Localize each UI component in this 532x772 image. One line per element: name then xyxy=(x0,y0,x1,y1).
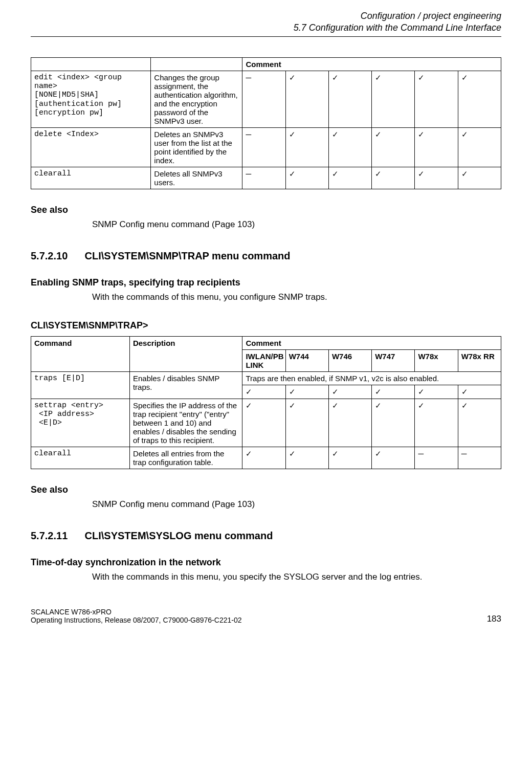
cell: ✓ xyxy=(415,71,458,127)
cell: ✓ xyxy=(285,399,328,447)
desc-cell: Deletes all SNMPv3 users. xyxy=(151,167,242,189)
table-row: traps [E|D] Enables / disables SNMP trap… xyxy=(31,371,501,385)
subsection-heading: Time-of-day synchronization in the netwo… xyxy=(31,557,501,568)
cell: ✓ xyxy=(458,71,501,127)
subcol: W744 xyxy=(285,349,328,371)
cell: ─ xyxy=(415,447,458,469)
table-row: delete <Index> Deletes an SNMPv3 user fr… xyxy=(31,127,501,167)
cell: ✓ xyxy=(328,385,371,399)
section-number: 5.7.2.11 xyxy=(31,530,82,542)
subcol: W746 xyxy=(328,349,371,371)
cmd-cell: edit <index> <group name> [NONE|MD5|SHA]… xyxy=(31,71,151,127)
cell: ✓ xyxy=(372,447,415,469)
cell: ✓ xyxy=(415,167,458,189)
cmd-cell: clearall xyxy=(31,447,130,469)
table-row: clearall Deletes all SNMPv3 users. ─ ✓ ✓… xyxy=(31,167,501,189)
cell: ✓ xyxy=(458,399,501,447)
subsection-heading: Enabling SNMP traps, specifying trap rec… xyxy=(31,277,501,288)
snmpv3-users-table: Comment edit <index> <group name> [NONE|… xyxy=(31,57,501,189)
see-also-link: SNMP Config menu command (Page 103) xyxy=(92,499,501,510)
body-paragraph: With the commands of this menu, you conf… xyxy=(92,292,501,302)
cell: ✓ xyxy=(372,127,415,167)
cell: ✓ xyxy=(285,127,328,167)
col-command xyxy=(31,57,151,71)
section-number: 5.7.2.10 xyxy=(31,250,82,262)
cmd-cell: settrap <entry> <IP address> <E|D> xyxy=(31,399,130,447)
desc-cell: Deletes all entries from the trap config… xyxy=(129,447,242,469)
table-header-row: Comment xyxy=(31,57,501,71)
table-row: settrap <entry> <IP address> <E|D> Speci… xyxy=(31,399,501,447)
see-also-heading: See also xyxy=(31,205,501,215)
cell: ✓ xyxy=(242,385,285,399)
cell: ✓ xyxy=(415,127,458,167)
cli-path-heading: CLI\SYSTEM\SNMP\TRAP> xyxy=(31,320,501,331)
cell: ✓ xyxy=(415,399,458,447)
cell: ✓ xyxy=(328,127,371,167)
note-cell: Traps are then enabled, if SNMP v1, v2c … xyxy=(242,371,501,385)
see-also-heading: See also xyxy=(31,484,501,495)
cell: ✓ xyxy=(285,447,328,469)
cell: ✓ xyxy=(285,167,328,189)
cell: ✓ xyxy=(328,399,371,447)
col-comment: Comment xyxy=(242,57,501,71)
page-number: 183 xyxy=(487,614,501,624)
cell: ✓ xyxy=(372,385,415,399)
header-divider xyxy=(31,36,501,37)
footer-line1: SCALANCE W786-xPRO xyxy=(31,608,241,616)
desc-cell: Specifies the IP address of the trap rec… xyxy=(129,399,242,447)
footer-line2: Operating Instructions, Release 08/2007,… xyxy=(31,616,241,624)
table-row: edit <index> <group name> [NONE|MD5|SHA]… xyxy=(31,71,501,127)
cell: ✓ xyxy=(242,399,285,447)
cell: ✓ xyxy=(328,167,371,189)
subcol: W747 xyxy=(372,349,415,371)
col-comment: Comment xyxy=(242,336,501,349)
desc-cell: Enables / disables SNMP traps. xyxy=(129,371,242,399)
cell: ─ xyxy=(242,71,285,127)
cell: ✓ xyxy=(458,167,501,189)
cell: ✓ xyxy=(242,447,285,469)
cell: ✓ xyxy=(415,385,458,399)
header-line2: 5.7 Configuration with the Command Line … xyxy=(31,22,501,34)
cell: ✓ xyxy=(458,385,501,399)
subcol: W78x RR xyxy=(458,349,501,371)
snmp-trap-table: Command Description Comment IWLAN/PB LIN… xyxy=(31,336,501,469)
cell: ✓ xyxy=(285,385,328,399)
section-title: CLI\SYSTEM\SYSLOG menu command xyxy=(85,530,273,541)
table-row: clearall Deletes all entries from the tr… xyxy=(31,447,501,469)
cell: ✓ xyxy=(328,447,371,469)
cell: ✓ xyxy=(285,71,328,127)
page-footer: SCALANCE W786-xPRO Operating Instruction… xyxy=(31,608,501,624)
cell: ─ xyxy=(242,127,285,167)
desc-cell: Changes the group assignment, the authen… xyxy=(151,71,242,127)
cell: ✓ xyxy=(372,71,415,127)
table-header-row: Command Description Comment xyxy=(31,336,501,349)
subcol: IWLAN/PB LINK xyxy=(242,349,285,371)
col-description: Description xyxy=(129,336,242,371)
cell: ─ xyxy=(242,167,285,189)
cmd-cell: delete <Index> xyxy=(31,127,151,167)
cell: ✓ xyxy=(458,127,501,167)
desc-cell: Deletes an SNMPv3 user from the list at … xyxy=(151,127,242,167)
cmd-cell: traps [E|D] xyxy=(31,371,130,399)
see-also-link: SNMP Config menu command (Page 103) xyxy=(92,219,501,230)
col-command: Command xyxy=(31,336,130,371)
cell: ✓ xyxy=(328,71,371,127)
cell: ✓ xyxy=(372,167,415,189)
cell: ─ xyxy=(458,447,501,469)
page-header: Configuration / project engineering 5.7 … xyxy=(31,10,501,34)
col-description xyxy=(151,57,242,71)
cell: ✓ xyxy=(372,399,415,447)
section-heading: 5.7.2.11 CLI\SYSTEM\SYSLOG menu command xyxy=(31,530,501,542)
subcol: W78x xyxy=(415,349,458,371)
header-line1: Configuration / project engineering xyxy=(31,10,501,22)
body-paragraph: With the commands in this menu, you spec… xyxy=(92,572,501,582)
section-title: CLI\SYSTEM\SNMP\TRAP menu command xyxy=(85,250,291,261)
section-heading: 5.7.2.10 CLI\SYSTEM\SNMP\TRAP menu comma… xyxy=(31,250,501,262)
cmd-cell: clearall xyxy=(31,167,151,189)
